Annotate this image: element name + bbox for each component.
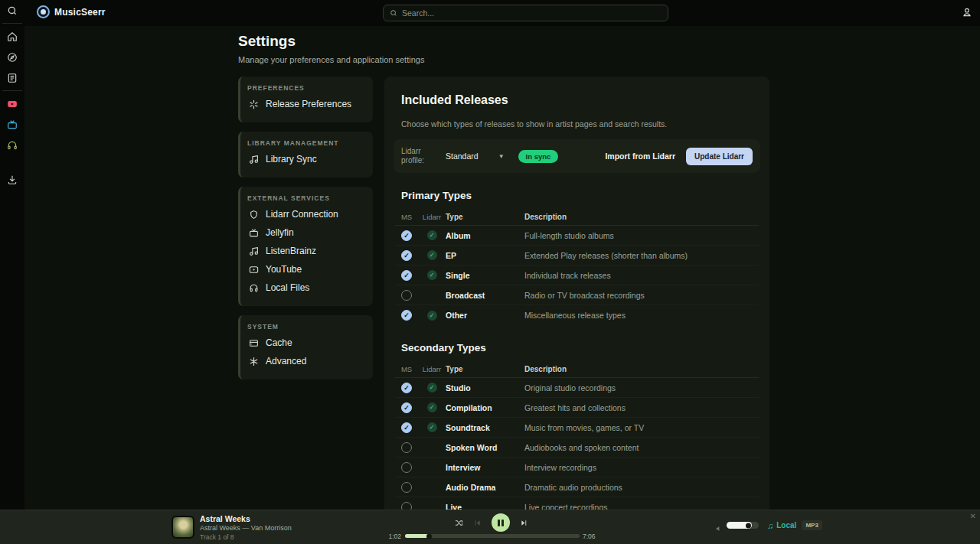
column-lidarr: Lidarr: [418, 365, 446, 373]
type-description: Miscellaneous release types: [524, 311, 759, 320]
type-label: Spoken Word: [446, 443, 524, 452]
close-player-icon[interactable]: ✕: [970, 513, 976, 520]
settings-nav-item-listenbrainz[interactable]: ListenBrainz: [247, 242, 364, 260]
play-pause-button[interactable]: [492, 513, 510, 532]
ms-checkbox[interactable]: ✓: [401, 402, 412, 413]
table-row: ✓ ✓ Compilation Greatest hits and collec…: [395, 398, 759, 418]
rail-divider: [2, 90, 22, 91]
table-row: ✓ ✓ EP Extended Play releases (shorter t…: [395, 246, 759, 265]
page-title: Settings: [238, 33, 769, 50]
ms-checkbox[interactable]: [401, 502, 412, 510]
nav-group-label: LIBRARY MANAGEMENT: [247, 139, 364, 147]
playback-controls: [455, 513, 528, 533]
youtube-icon[interactable]: [0, 93, 24, 114]
type-description: Live concert recordings: [524, 503, 759, 510]
settings-nav-item-advanced[interactable]: Advanced: [247, 352, 364, 370]
sync-status-badge: In sync: [518, 150, 559, 163]
secondary-types-table: MS Lidarr Type Description ✓ ✓ Studio Or…: [395, 361, 759, 510]
volume-icon[interactable]: [715, 522, 723, 536]
profile-select[interactable]: Standard ▼: [441, 148, 509, 164]
shuffle-icon[interactable]: [455, 519, 463, 527]
compass-icon[interactable]: [0, 47, 24, 67]
primary-types-table: MS Lidarr Type Description ✓ ✓ Album Ful…: [395, 209, 759, 325]
previous-button[interactable]: [473, 519, 482, 527]
chevron-down-icon: ▼: [498, 153, 505, 160]
settings-nav-item-library-sync[interactable]: Library Sync: [247, 150, 364, 168]
spark-icon: [249, 99, 259, 109]
ms-checkbox[interactable]: ✓: [401, 270, 412, 281]
pause-icon: [498, 520, 504, 526]
ms-checkbox[interactable]: ✓: [401, 230, 412, 241]
ms-checkbox[interactable]: [401, 462, 412, 473]
secondary-types-title: Secondary Types: [401, 342, 760, 353]
library-icon[interactable]: [0, 67, 24, 88]
settings-nav-item-local-files[interactable]: Local Files: [247, 279, 364, 297]
column-description: Description: [524, 213, 759, 221]
logo-icon: [37, 5, 50, 18]
type-label: Other: [446, 311, 524, 320]
home-icon[interactable]: [0, 26, 24, 47]
ms-checkbox[interactable]: [401, 442, 412, 453]
settings-nav-item-youtube[interactable]: YouTube: [247, 260, 364, 279]
progress-fill: [405, 534, 431, 538]
search-input[interactable]: [402, 8, 662, 18]
progress-bar[interactable]: [405, 534, 580, 538]
update-lidarr-button[interactable]: Update Lidarr: [686, 148, 753, 165]
type-description: Extended Play releases (shorter than alb…: [524, 251, 759, 260]
ms-checkbox[interactable]: ✓: [401, 383, 412, 393]
icon-rail: [0, 0, 24, 510]
elapsed-time: 1:02: [380, 533, 401, 540]
type-description: Dramatic audio productions: [524, 483, 759, 492]
column-type: Type: [446, 213, 524, 221]
table-row: Live Live concert recordings: [395, 497, 759, 510]
settings-nav-item-jellyfin[interactable]: Jellyfin: [247, 223, 364, 242]
profile-value: Standard: [446, 151, 479, 161]
track-title: Astral Weeks: [200, 514, 292, 523]
table-row: Spoken Word Audiobooks and spoken conten…: [395, 438, 759, 458]
import-from-lidarr-button[interactable]: Import from Lidarr: [605, 151, 675, 161]
table-row: ✓ ✓ Studio Original studio recordings: [395, 378, 759, 398]
settings-nav-item-lidarr-connection[interactable]: Lidarr Connection: [247, 205, 364, 223]
type-description: Radio or TV broadcast recordings: [524, 291, 759, 300]
table-header: MS Lidarr Type Description: [395, 361, 759, 378]
ms-checkbox[interactable]: ✓: [401, 250, 412, 261]
asterisk-icon: [249, 357, 259, 366]
lidarr-check-icon: ✓: [427, 230, 437, 240]
headphones-icon[interactable]: [0, 135, 24, 155]
download-icon[interactable]: [0, 169, 24, 190]
tv-icon: [249, 228, 259, 238]
ms-checkbox[interactable]: [401, 482, 412, 493]
format-badge: MP3: [802, 520, 822, 530]
user-icon[interactable]: [962, 7, 972, 21]
lidarr-check-icon: ✓: [427, 311, 437, 321]
volume-slider[interactable]: [727, 522, 759, 529]
type-description: Original studio recordings: [524, 383, 759, 393]
search-bar[interactable]: [383, 5, 668, 21]
volume-fill: [727, 522, 752, 529]
headphones-icon: [249, 283, 259, 293]
type-label: Audio Drama: [446, 483, 524, 492]
lidarr-profile-bar: Lidarr profile: Standard ▼ In sync Impor…: [394, 139, 760, 173]
youtube-icon: [249, 265, 259, 275]
nav-group-label: SYSTEM: [247, 323, 364, 331]
table-row: ✓ ✓ Album Full-length studio albums: [395, 226, 759, 246]
settings-nav-item-cache[interactable]: Cache: [247, 334, 364, 352]
page-subtitle: Manage your preferences and application …: [238, 55, 769, 64]
settings-nav-item-release-preferences[interactable]: Release Preferences: [247, 95, 364, 113]
app-logo[interactable]: MusicSeerr: [37, 5, 106, 18]
tv-icon[interactable]: [0, 114, 24, 135]
lidarr-check-icon: ✓: [427, 402, 437, 412]
ms-checkbox[interactable]: ✓: [401, 310, 412, 321]
table-row: ✓ ✓ Soundtrack Music from movies, games,…: [395, 418, 759, 438]
music-note-icon: [249, 246, 259, 256]
album-art[interactable]: [172, 516, 194, 539]
search-icon[interactable]: [0, 0, 24, 21]
column-ms: MS: [395, 213, 418, 221]
ms-checkbox[interactable]: [401, 290, 412, 301]
ms-checkbox[interactable]: ✓: [401, 422, 412, 433]
next-button[interactable]: [520, 519, 528, 527]
panel-description: Choose which types of releases to show i…: [401, 119, 760, 129]
type-description: Greatest hits and collections: [524, 403, 759, 412]
column-type: Type: [446, 365, 524, 373]
type-label: Interview: [446, 463, 524, 472]
